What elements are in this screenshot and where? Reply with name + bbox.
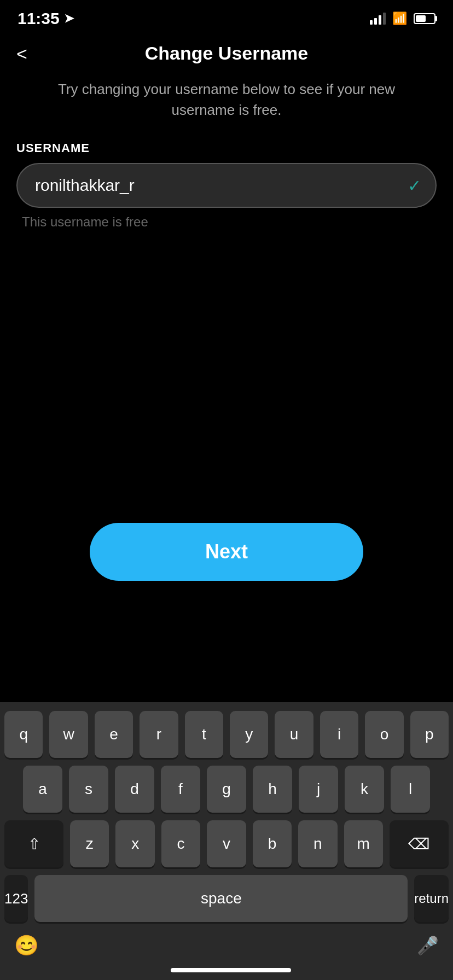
key-m[interactable]: m — [344, 820, 383, 867]
status-icons: 📶 — [370, 11, 435, 26]
key-c[interactable]: c — [161, 820, 200, 867]
key-s[interactable]: s — [69, 766, 108, 813]
checkmark-icon: ✓ — [408, 176, 421, 195]
username-input[interactable] — [16, 163, 437, 208]
back-button[interactable]: < — [16, 44, 27, 63]
keyboard: q w e r t y u i o p a s d f g h j k l ⇧ … — [0, 702, 453, 980]
key-d[interactable]: d — [115, 766, 154, 813]
key-i[interactable]: i — [320, 711, 358, 758]
status-bar: 11:35 ➤ 📶 — [0, 0, 453, 33]
location-arrow-icon: ➤ — [64, 11, 74, 26]
key-t[interactable]: t — [185, 711, 223, 758]
emoji-key[interactable]: 😊 — [14, 934, 39, 957]
home-indicator — [4, 962, 453, 980]
battery-icon — [414, 13, 435, 24]
delete-key[interactable]: ⌫ — [390, 820, 449, 867]
key-h[interactable]: h — [253, 766, 292, 813]
next-button[interactable]: Next — [90, 523, 363, 581]
form-section: USERNAME ✓ This username is free — [0, 120, 453, 230]
input-wrapper: ✓ — [16, 163, 437, 208]
key-v[interactable]: v — [207, 820, 246, 867]
shift-key[interactable]: ⇧ — [4, 820, 63, 867]
key-w[interactable]: w — [49, 711, 88, 758]
numbers-key[interactable]: 123 — [4, 875, 28, 922]
keyboard-row-3: ⇧ z x c v b n m ⌫ — [4, 820, 449, 867]
home-bar — [171, 968, 291, 972]
key-k[interactable]: k — [345, 766, 384, 813]
status-time: 11:35 ➤ — [18, 9, 74, 28]
key-q[interactable]: q — [4, 711, 43, 758]
microphone-key[interactable]: 🎤 — [417, 935, 439, 956]
key-f[interactable]: f — [161, 766, 200, 813]
page-title: Change Username — [145, 43, 309, 64]
key-o[interactable]: o — [365, 711, 403, 758]
space-key[interactable]: space — [34, 875, 408, 922]
key-l[interactable]: l — [391, 766, 430, 813]
key-r[interactable]: r — [140, 711, 178, 758]
key-u[interactable]: u — [275, 711, 313, 758]
time-display: 11:35 — [18, 9, 60, 28]
key-e[interactable]: e — [95, 711, 133, 758]
keyboard-row-1: q w e r t y u i o p — [4, 711, 449, 758]
header: < Change Username — [0, 33, 453, 69]
field-label: USERNAME — [16, 141, 437, 155]
keyboard-row-2: a s d f g h j k l — [4, 766, 449, 813]
keyboard-row-4: 123 space return — [4, 875, 449, 922]
keyboard-bottom: 😊 🎤 — [4, 930, 449, 962]
key-y[interactable]: y — [230, 711, 268, 758]
signal-icon — [370, 13, 386, 25]
key-g[interactable]: g — [207, 766, 246, 813]
wifi-icon: 📶 — [392, 11, 407, 26]
subtitle-text: Try changing your username below to see … — [0, 69, 453, 120]
field-hint: This username is free — [16, 208, 437, 230]
key-b[interactable]: b — [253, 820, 292, 867]
key-z[interactable]: z — [70, 820, 109, 867]
key-n[interactable]: n — [298, 820, 337, 867]
key-j[interactable]: j — [299, 766, 338, 813]
key-x[interactable]: x — [115, 820, 154, 867]
key-p[interactable]: p — [410, 711, 449, 758]
key-a[interactable]: a — [23, 766, 62, 813]
return-key[interactable]: return — [414, 875, 449, 922]
